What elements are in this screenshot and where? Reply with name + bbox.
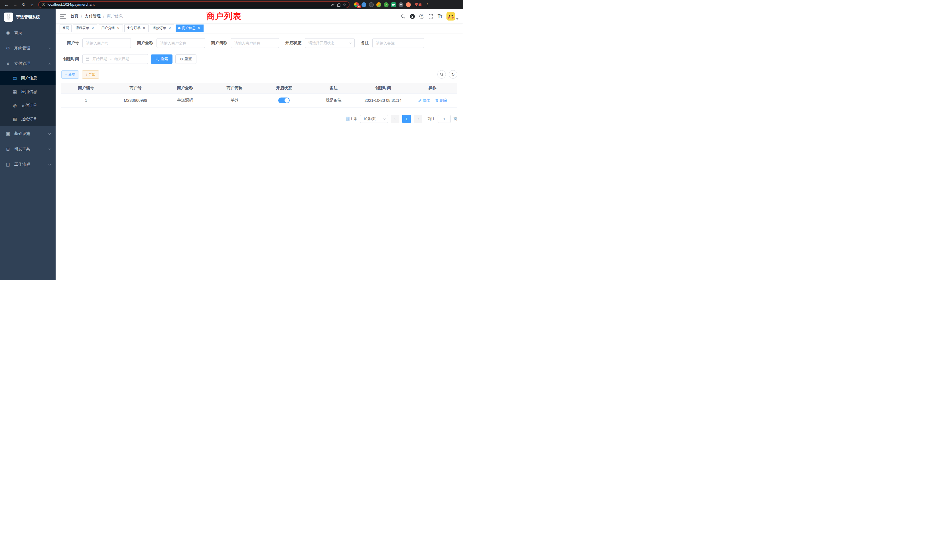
add-button[interactable]: + 新增 [61,70,79,79]
merchant-short-name-label: 商户简称 [211,41,227,45]
tab-pay-order[interactable]: 支付订单 × [124,24,148,32]
status-select[interactable]: 请选择开启状态 [305,38,355,48]
fullscreen-icon[interactable] [428,14,433,19]
edit-button[interactable]: 修改 [418,98,430,103]
page-content: 商户号 商户全称 商户简称 开启状态 请选择开启状态 [56,33,463,280]
cell-merchant-no: M233666999 [111,94,160,107]
breadcrumb: 首页 / 支付管理 / 商户信息 [70,14,123,19]
merchant-no-input[interactable] [82,38,131,48]
search-button[interactable]: 搜索 [151,54,172,64]
close-icon[interactable]: × [142,26,146,30]
extension-icon[interactable] [376,2,381,7]
create-time-range-picker[interactable]: 开始日期 - 结束日期 [82,54,148,64]
sidebar-item-devtools[interactable]: ⊞ 研发工具 [0,141,56,157]
extension-icon[interactable] [399,2,403,7]
share-icon[interactable] [337,3,341,7]
browser-back-button[interactable]: ← [3,1,10,8]
sidebar-item-merchant-info[interactable]: ▤ 商户信息 [0,71,56,85]
toggle-search-button[interactable] [437,70,446,79]
user-avatar[interactable] [446,12,455,21]
sidebar: 芋道管理系统 ◉ 首页 ⚙ 系统管理 ¥ 支付管理 ▤ 商户信息 ▦ 应用信息 [0,9,56,280]
infra-icon: ▣ [5,131,11,136]
tab-merchant-info[interactable]: 商户信息 × [176,24,204,32]
remark-input[interactable] [372,38,424,48]
bookmark-star-icon[interactable]: ☆ [343,3,346,7]
col-create-time: 创建时间 [359,83,408,94]
page-number-button[interactable]: 1 [402,115,411,123]
tab-refund-order[interactable]: 退款订单 × [150,24,174,32]
help-question-icon[interactable]: ? [419,14,424,19]
sidebar-item-payment[interactable]: ¥ 支付管理 [0,56,56,71]
breadcrumb-home[interactable]: 首页 [70,14,79,19]
extension-icon[interactable] [369,2,374,7]
page-size-select[interactable]: 10条/页 [360,115,388,123]
create-time-label: 创建时间 [61,56,79,62]
sidebar-item-label: 研发工具 [14,147,30,152]
grid-icon: ▦ [12,89,18,94]
refresh-table-button[interactable]: ↻ [449,70,457,79]
cell-status [259,94,309,107]
sidebar-item-infra[interactable]: ▣ 基础设施 [0,126,56,141]
github-icon[interactable] [410,14,415,19]
gear-icon: ⚙ [5,45,11,51]
refresh-icon: ↻ [180,57,183,61]
order-icon: ◎ [12,103,18,108]
sidebar-item-system[interactable]: ⚙ 系统管理 [0,41,56,56]
breadcrumb-separator: / [103,14,104,18]
close-icon[interactable]: × [117,26,120,30]
font-size-icon[interactable]: TT [437,14,442,18]
browser-update-button[interactable]: 更新 [415,2,422,7]
sidebar-item-refund-order[interactable]: ▧ 退款订单 [0,112,56,126]
address-bar[interactable]: ⓘ localhost:1024/pay/merchant ☆ [38,1,350,8]
browser-menu-button[interactable]: ⋮ [425,2,429,7]
breadcrumb-payment[interactable]: 支付管理 [85,14,101,19]
workflow-icon: ◫ [5,162,11,167]
end-date-placeholder[interactable]: 结束日期 [114,56,129,62]
password-key-icon[interactable] [330,3,335,7]
prev-page-button[interactable] [391,115,399,123]
extensions-area: 10 ✓ [354,2,411,7]
sidebar-logo[interactable]: 芋道管理系统 [0,9,56,25]
export-button[interactable]: ↓ 导出 [82,70,99,79]
chevron-down-icon [48,132,51,134]
extension-icon[interactable] [391,2,396,7]
close-icon[interactable]: × [197,26,201,30]
close-icon[interactable]: × [91,26,95,30]
merchant-full-name-input[interactable] [156,38,205,48]
sidebar-item-workflow[interactable]: ◫ 工作流程 [0,157,56,172]
col-remark: 备注 [309,83,359,94]
browser-home-button[interactable]: ⌂ [29,1,36,8]
extension-icon[interactable] [406,2,411,7]
close-icon[interactable]: × [168,26,172,30]
status-toggle[interactable] [278,97,290,103]
next-page-button[interactable] [414,115,422,123]
user-dropdown-caret-icon[interactable] [456,18,458,20]
sidebar-item-pay-order[interactable]: ◎ 支付订单 [0,98,56,112]
cell-actions: 修改 删除 [408,94,457,107]
top-navbar: 首页 / 支付管理 / 商户信息 商户列表 ? TT [56,9,463,23]
reset-button[interactable]: ↻ 重置 [176,54,197,64]
browser-reload-button[interactable]: ↻ [20,1,27,8]
tab-process-form[interactable]: 流程表单 × [73,24,97,32]
sidebar-item-home[interactable]: ◉ 首页 [0,25,56,41]
goto-page-input[interactable] [437,115,451,123]
goto-suffix-label: 页 [454,117,457,121]
extension-icon[interactable]: ✓ [384,2,389,7]
tab-home[interactable]: 首页 [60,24,71,32]
sidebar-toggle-button[interactable] [60,14,66,18]
extension-icon[interactable] [362,2,366,7]
merchant-short-name-input[interactable] [231,38,279,48]
tab-user-group[interactable]: 用户分组 × [98,24,123,32]
start-date-placeholder[interactable]: 开始日期 [92,56,107,62]
extension-icon[interactable]: 10 [354,2,359,7]
sidebar-item-label: 首页 [14,30,22,35]
sidebar-item-app-info[interactable]: ▦ 应用信息 [0,85,56,98]
browser-forward-button[interactable]: → [11,1,19,8]
delete-button[interactable]: 删除 [435,98,447,103]
chevron-down-icon [383,117,386,120]
search-icon[interactable] [401,14,406,19]
extension-badge: 10 [357,5,361,8]
site-info-icon[interactable]: ⓘ [42,2,45,7]
table-toolbar: + 新增 ↓ 导出 ↻ [61,70,457,79]
user-menu[interactable] [446,12,458,21]
